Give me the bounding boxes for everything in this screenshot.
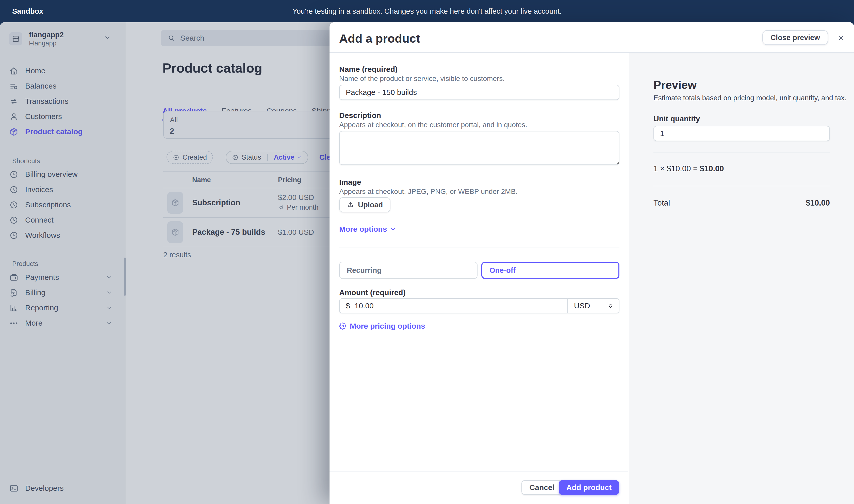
add-product-button[interactable]: Add product	[559, 480, 619, 495]
more-options-link[interactable]: More options	[339, 225, 396, 233]
currency-select-value: USD	[574, 302, 590, 310]
amount-field: $ USD	[339, 298, 619, 313]
unit-quantity-input[interactable]	[654, 126, 830, 141]
pricing-type-one-off[interactable]: One-off	[481, 262, 619, 279]
pricing-type-recurring[interactable]: Recurring	[339, 262, 478, 279]
section-divider	[339, 247, 619, 248]
preview-subtitle: Estimate totals based on pricing model, …	[654, 94, 847, 102]
more-options-label: More options	[339, 225, 387, 233]
modal-header: Add a product Close preview	[330, 22, 854, 53]
preview-divider	[654, 186, 830, 186]
name-help: Name of the product or service, visible …	[339, 75, 505, 83]
more-pricing-options-label: More pricing options	[350, 322, 425, 330]
calculation-prefix: 1 × $10.00 =	[654, 164, 700, 173]
updown-icon	[607, 303, 614, 309]
unit-quantity-label: Unit quantity	[654, 114, 700, 123]
preview-divider	[654, 152, 830, 153]
chevron-down-icon	[389, 226, 396, 233]
calculation-line: 1 × $10.00 = $10.00	[654, 164, 724, 173]
name-input[interactable]	[339, 85, 619, 100]
currency-select[interactable]: USD	[567, 298, 619, 313]
gear-icon	[339, 323, 346, 330]
add-product-modal: Add a product Close preview Name (requir…	[330, 22, 854, 504]
preview-title: Preview	[654, 78, 697, 92]
close-preview-button[interactable]: Close preview	[762, 30, 828, 45]
cancel-button[interactable]: Cancel	[521, 480, 563, 495]
description-textarea[interactable]	[339, 131, 619, 165]
modal-title: Add a product	[339, 32, 420, 46]
currency-symbol: $	[340, 302, 350, 310]
name-label: Name (required)	[339, 65, 397, 74]
total-row: Total $10.00	[654, 198, 830, 208]
amount-label: Amount (required)	[339, 288, 406, 297]
modal-footer: Cancel Add product	[330, 471, 628, 504]
sandbox-banner: Sandbox You're testing in a sandbox. Cha…	[0, 0, 854, 22]
preview-content: Preview Estimate totals based on pricing…	[654, 53, 830, 504]
image-label: Image	[339, 178, 361, 186]
upload-icon	[347, 201, 354, 208]
upload-button[interactable]: Upload	[339, 197, 390, 212]
calculation-total: $10.00	[700, 164, 724, 173]
close-icon	[837, 34, 845, 42]
form-content: Name (required) Name of the product or s…	[339, 53, 619, 504]
page: Sandbox You're testing in a sandbox. Cha…	[0, 0, 854, 504]
description-label: Description	[339, 111, 381, 120]
sandbox-message: You're testing in a sandbox. Changes you…	[292, 7, 562, 16]
description-help: Appears at checkout, on the customer por…	[339, 121, 527, 129]
preview-panel: Preview Estimate totals based on pricing…	[629, 53, 854, 504]
total-label: Total	[654, 198, 670, 208]
total-value: $10.00	[806, 198, 830, 208]
product-form: Name (required) Name of the product or s…	[330, 53, 628, 504]
more-pricing-options-link[interactable]: More pricing options	[339, 322, 425, 330]
sandbox-label: Sandbox	[12, 7, 43, 16]
close-modal-button[interactable]	[836, 33, 846, 43]
image-help: Appears at checkout. JPEG, PNG, or WEBP …	[339, 187, 518, 196]
upload-button-label: Upload	[358, 201, 383, 209]
